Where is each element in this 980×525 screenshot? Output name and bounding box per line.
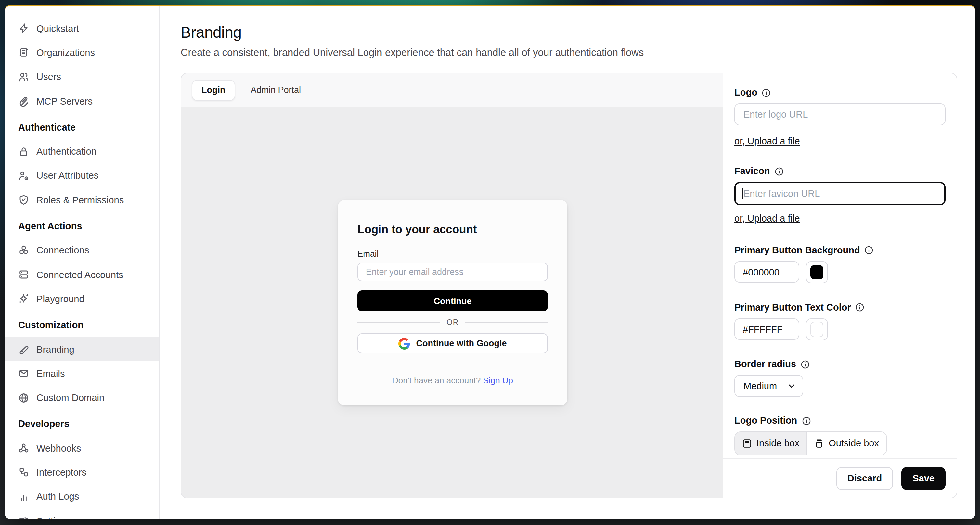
- webhook-icon: [18, 442, 29, 453]
- chevron-down-icon: [788, 382, 795, 390]
- sidebar-item-label: Connections: [37, 245, 89, 256]
- sidebar-item-label: Emails: [37, 368, 65, 379]
- continue-button[interactable]: Continue: [358, 290, 548, 311]
- page-subtitle: Create a consistent, branded Universal L…: [181, 46, 975, 59]
- primary-bg-hex-input[interactable]: [734, 261, 799, 283]
- favicon-field-label: Favicon: [734, 166, 945, 177]
- sidebar-item-organizations[interactable]: Organizations: [5, 41, 159, 65]
- color-swatch-white: [810, 321, 823, 337]
- sidebar-item-authentication[interactable]: Authentication: [5, 139, 159, 164]
- sidebar-item-label: Organizations: [37, 48, 95, 58]
- preview-tabs: Login Admin Portal: [181, 73, 723, 107]
- sidebar-item-label: Playground: [37, 294, 84, 304]
- sidebar-item-label: Settings: [37, 515, 70, 519]
- branding-settings-panel: Logo or, Upload a file Favicon: [723, 73, 957, 498]
- sidebar-item-settings[interactable]: Settings: [5, 509, 159, 519]
- sidebar-item-mcp-servers[interactable]: MCP Servers: [5, 89, 159, 113]
- outside-box-label: Outside box: [829, 438, 879, 449]
- cubes-icon: [18, 245, 29, 256]
- email-label: Email: [358, 249, 548, 259]
- favicon-upload-link[interactable]: or, Upload a file: [734, 213, 800, 224]
- sidebar-item-label: Interceptors: [37, 467, 86, 477]
- sidebar-item-user-attributes[interactable]: User Attributes: [5, 164, 159, 188]
- primary-bg-swatch-button[interactable]: [806, 261, 828, 283]
- info-icon[interactable]: [856, 303, 865, 312]
- primary-text-color-row: [734, 318, 945, 340]
- favicon-url-input[interactable]: [734, 182, 945, 205]
- inside-box-icon: [742, 439, 752, 448]
- color-swatch-black: [810, 265, 823, 279]
- primary-bg-label-text: Primary Button Background: [734, 245, 860, 256]
- shield-check-icon: [18, 194, 29, 205]
- quickstart-icon: [18, 23, 29, 34]
- google-icon: [399, 337, 410, 349]
- sidebar-item-interceptors[interactable]: Interceptors: [5, 460, 159, 485]
- sidebar-item-connections[interactable]: Connections: [5, 238, 159, 262]
- logo-upload-link[interactable]: or, Upload a file: [734, 135, 800, 146]
- preview-column: Login Admin Portal Login to your account…: [181, 73, 723, 498]
- email-input[interactable]: [358, 262, 548, 282]
- info-icon[interactable]: [775, 167, 784, 176]
- sliders-icon: [18, 515, 29, 519]
- google-button-label: Continue with Google: [416, 339, 507, 348]
- logo-label-text: Logo: [734, 87, 757, 98]
- info-icon[interactable]: [865, 246, 874, 255]
- desktop-background: Quickstart Organizations Users MCP Serve…: [0, 0, 980, 525]
- login-card-title: Login to your account: [358, 222, 548, 237]
- signup-link[interactable]: Sign Up: [483, 375, 513, 385]
- tab-admin-portal[interactable]: Admin Portal: [251, 85, 301, 95]
- outside-box-icon: [814, 439, 824, 448]
- logo-position-outside-box[interactable]: Outside box: [807, 432, 886, 455]
- border-radius-select[interactable]: Medium: [734, 375, 803, 397]
- logo-position-field-label: Logo Position: [734, 415, 945, 426]
- continue-with-google-button[interactable]: Continue with Google: [358, 333, 548, 353]
- users-icon: [18, 71, 29, 82]
- sidebar-item-branding[interactable]: Branding: [5, 337, 159, 361]
- logo-position-segmented-control: Inside box Outside box: [734, 431, 887, 455]
- primary-text-swatch-button[interactable]: [806, 318, 828, 340]
- sidebar-item-roles-permissions[interactable]: Roles & Permissions: [5, 188, 159, 212]
- sidebar-item-label: Roles & Permissions: [37, 195, 124, 205]
- stacked-cards-icon: [18, 269, 29, 280]
- primary-text-label-text: Primary Button Text Color: [734, 302, 851, 313]
- sidebar-item-users[interactable]: Users: [5, 65, 159, 89]
- sidebar-item-emails[interactable]: Emails: [5, 361, 159, 386]
- save-button[interactable]: Save: [901, 467, 945, 490]
- sidebar-section-agent-actions: Agent Actions: [5, 214, 159, 239]
- sidebar-item-label: Auth Logs: [37, 492, 79, 502]
- signup-question: Don't have an account?: [392, 375, 480, 385]
- primary-text-field-label: Primary Button Text Color: [734, 302, 945, 313]
- tab-login[interactable]: Login: [192, 80, 235, 100]
- sidebar-item-auth-logs[interactable]: Auth Logs: [5, 484, 159, 509]
- primary-text-hex-input[interactable]: [734, 318, 799, 340]
- info-icon[interactable]: [802, 416, 811, 425]
- border-radius-value: Medium: [743, 381, 777, 391]
- info-icon[interactable]: [801, 360, 810, 369]
- discard-button[interactable]: Discard: [836, 467, 893, 490]
- bar-chart-icon: [18, 491, 29, 502]
- interceptors-icon: [18, 467, 29, 478]
- globe-icon: [18, 392, 29, 403]
- logo-url-input[interactable]: [734, 103, 945, 125]
- login-preview-area: Login to your account Email Continue OR …: [181, 107, 723, 498]
- settings-footer: Discard Save: [723, 458, 957, 498]
- sidebar-section-authenticate: Authenticate: [5, 115, 159, 139]
- logo-position-inside-box[interactable]: Inside box: [735, 432, 807, 455]
- user-attributes-icon: [18, 170, 29, 181]
- sidebar-item-custom-domain[interactable]: Custom Domain: [5, 386, 159, 410]
- sidebar-item-playground[interactable]: Playground: [5, 287, 159, 311]
- info-icon[interactable]: [762, 88, 771, 97]
- sidebar-item-connected-accounts[interactable]: Connected Accounts: [5, 262, 159, 287]
- inside-box-label: Inside box: [756, 438, 799, 449]
- signup-row: Don't have an account? Sign Up: [358, 375, 548, 385]
- sidebar-item-webhooks[interactable]: Webhooks: [5, 436, 159, 460]
- divider-line: [465, 322, 548, 323]
- envelope-icon: [18, 368, 29, 379]
- sidebar-item-label: Custom Domain: [37, 393, 104, 403]
- sidebar-item-label: Quickstart: [37, 23, 79, 33]
- or-label: OR: [447, 318, 459, 326]
- main-content: Branding Create a consistent, branded Un…: [160, 6, 975, 519]
- sidebar-item-quickstart[interactable]: Quickstart: [5, 16, 159, 41]
- sparkle-icon: [18, 293, 29, 304]
- logo-field-label: Logo: [734, 87, 945, 98]
